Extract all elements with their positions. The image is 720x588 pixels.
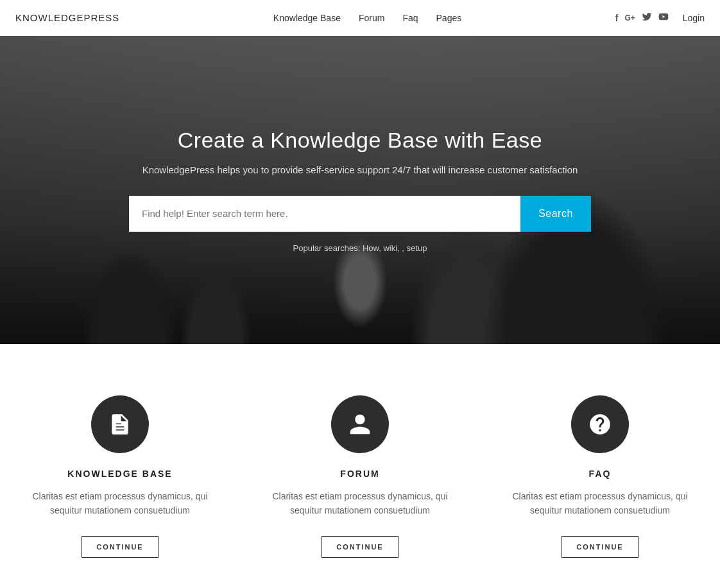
site-logo[interactable]: KNOWLEDGEPRESS	[15, 12, 119, 23]
social-icons: f G+	[615, 12, 669, 24]
forum-continue-button[interactable]: CONTINUE	[321, 536, 398, 558]
card-knowledge-base-desc: Claritas est etiam processus dynamicus, …	[26, 489, 214, 518]
question-icon	[588, 412, 612, 437]
card-faq: FAQ Claritas est etiam processus dynamic…	[506, 395, 694, 558]
card-forum-title: FORUM	[340, 469, 379, 479]
card-knowledge-base: KNOWLEDGE BASE Claritas est etiam proces…	[26, 395, 214, 558]
person-icon	[348, 412, 372, 437]
nav-faq[interactable]: Faq	[402, 13, 418, 23]
card-forum-desc: Claritas est etiam processus dynamicus, …	[266, 489, 454, 518]
faq-continue-button[interactable]: CONTINUE	[561, 536, 638, 558]
nav-forum[interactable]: Forum	[359, 13, 384, 23]
hero-content: Create a Knowledge Base with Ease Knowle…	[116, 128, 604, 253]
youtube-icon[interactable]	[658, 12, 669, 24]
hero-section: Create a Knowledge Base with Ease Knowle…	[0, 36, 720, 344]
cards-section: KNOWLEDGE BASE Claritas est etiam proces…	[0, 344, 720, 588]
cards-grid: KNOWLEDGE BASE Claritas est etiam proces…	[26, 395, 694, 558]
faq-icon-circle	[571, 395, 629, 453]
document-icon	[108, 412, 132, 437]
nav-links: Knowledge Base Forum Faq Pages	[273, 12, 461, 24]
googleplus-icon[interactable]: G+	[624, 13, 635, 22]
hero-title: Create a Knowledge Base with Ease	[129, 128, 591, 153]
forum-icon-circle	[331, 395, 389, 453]
logo-light: PRESS	[84, 12, 120, 23]
search-button[interactable]: Search	[520, 196, 591, 232]
login-link[interactable]: Login	[683, 13, 705, 23]
twitter-icon[interactable]	[642, 12, 652, 24]
facebook-icon[interactable]: f	[615, 13, 619, 23]
nav-knowledge-base[interactable]: Knowledge Base	[273, 13, 341, 23]
card-forum: FORUM Claritas est etiam processus dynam…	[266, 395, 454, 558]
nav-pages[interactable]: Pages	[436, 13, 462, 23]
card-faq-desc: Claritas est etiam processus dynamicus, …	[506, 489, 694, 518]
navbar-right: f G+ Login	[615, 12, 705, 24]
navbar: KNOWLEDGEPRESS Knowledge Base Forum Faq …	[0, 0, 720, 36]
card-knowledge-base-title: KNOWLEDGE BASE	[67, 469, 172, 479]
hero-subtitle: KnowledgePress helps you to provide self…	[129, 164, 591, 175]
logo-bold: KNOWLEDGE	[15, 12, 84, 23]
knowledge-base-icon-circle	[91, 395, 149, 453]
card-faq-title: FAQ	[589, 469, 612, 479]
knowledge-base-continue-button[interactable]: CONTINUE	[81, 536, 158, 558]
search-input[interactable]	[129, 196, 520, 232]
popular-searches: Popular searches: How, wiki, , setup	[129, 243, 591, 253]
search-bar: Search	[129, 196, 591, 232]
